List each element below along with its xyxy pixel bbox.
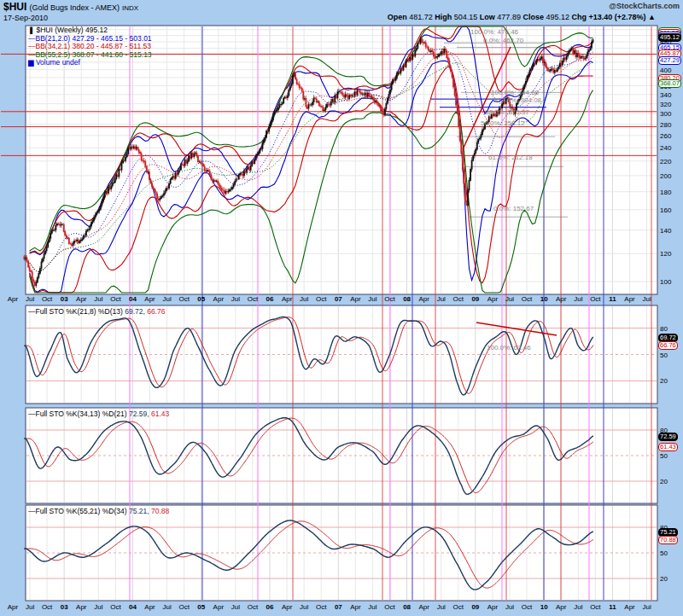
x-axis-top-label: 10 (540, 295, 548, 303)
open-value: 481.72 (409, 13, 433, 21)
x-axis-top-label: Apr (213, 295, 224, 303)
x-axis-bottom-label: Oct (248, 603, 258, 611)
x-axis-bottom-label: 05 (197, 603, 205, 611)
stoch-d-badge: 70.88 (658, 536, 678, 544)
close-value: 495.12 (546, 13, 569, 21)
stoch-axis-label: 20 (660, 377, 668, 385)
chart-date: 17-Sep-2010 (3, 14, 48, 22)
x-axis-bottom-label: Jul (163, 603, 172, 611)
price-axis-label: 100 (660, 278, 671, 286)
close-label: Close (522, 13, 544, 21)
open-label: Open (388, 13, 407, 21)
stoch-k-badge: 72.59 (658, 433, 678, 441)
x-axis-bottom-label: Apr (8, 603, 18, 611)
x-axis-top-label: Apr (144, 295, 155, 303)
fib-annotation: 61.8%: 212.18 (488, 154, 533, 161)
x-axis-top-label: Oct (316, 295, 326, 303)
price-axis-label: 300 (660, 110, 671, 118)
stockcharts-brand: @StockCharts.com (609, 2, 680, 10)
stoch-axis-label: 20 (660, 575, 668, 583)
ohlc-readout: Open 481.72 High 504.15 Low 477.89 Close… (388, 13, 656, 21)
fib-annotation: 0.0%: 462.70 (483, 37, 523, 44)
x-axis-top-label: Apr (556, 295, 566, 303)
price-axis-label: 400 (660, 67, 671, 74)
price-axis-label: 240 (660, 144, 671, 152)
x-axis-bottom-label: Oct (42, 603, 52, 611)
x-axis-bottom-label: Apr (144, 603, 155, 611)
stoch-axis-label: 20 (660, 478, 668, 485)
x-axis-bottom-label: Apr (213, 603, 224, 611)
x-axis-bottom-label: 09 (471, 603, 479, 611)
price-badge-495-12: 495.12 (658, 33, 681, 42)
x-axis-top-label: 11 (609, 295, 616, 303)
x-axis-bottom-label: Oct (453, 603, 464, 611)
x-axis-top-label: Oct (590, 295, 600, 303)
x-axis-bottom-label: Jul (26, 603, 34, 611)
x-axis-bottom-label: Jul (368, 603, 377, 611)
stoch2-label-text: Full STO %K(34,13) %D(21) (36, 410, 127, 418)
x-axis-top-label: 05 (197, 295, 205, 303)
x-axis-bottom-label: Jul (300, 603, 308, 611)
x-axis-top-label: 03 (61, 295, 68, 303)
stoch1-k-value: 69.72 (125, 307, 143, 316)
x-axis-bottom-label: Apr (556, 603, 566, 611)
x-axis-bottom-label: Oct (316, 603, 326, 611)
x-axis-top-label: Oct (248, 295, 258, 303)
stoch-d-badge: 61.43 (658, 443, 678, 451)
low-label: Low (480, 13, 495, 21)
x-axis-top-label: Jul (231, 295, 240, 303)
x-axis-top-label: Apr (418, 295, 429, 303)
x-axis-top-label: Jul (574, 295, 582, 303)
x-axis-top-label: Jul (505, 295, 514, 303)
x-axis-bottom-label: Oct (590, 603, 600, 611)
price-axis-label: 340 (660, 91, 671, 99)
x-axis-top-label: Jul (368, 295, 377, 303)
legend-bb34-text: BB(34,2.1) 380.20 - 445.87 - 511.53 (36, 42, 151, 50)
x-axis-bottom-label: Oct (110, 603, 120, 611)
x-axis-bottom-label: 04 (129, 603, 137, 611)
x-axis-top-label: Apr (624, 295, 634, 303)
candlestick-icon: ❚ (28, 26, 34, 34)
x-axis-bottom-label: Jul (505, 603, 514, 611)
legend-volume-row: ▆ Volume undef (28, 59, 152, 67)
price-axis-label: 180 (660, 189, 671, 196)
stoch2-label: —Full STO %K(34,13) %D(21) 72.59, 61.43 (28, 410, 169, 418)
price-badge-427-29: 427.29 (658, 56, 681, 65)
stoch3-label-text: Full STO %K(55,21) %D(34) (36, 507, 127, 515)
legend-volume-text: Volume undef (36, 58, 80, 67)
fib-annotation: 38.2%: 275.37 (485, 108, 529, 116)
stoch3-label: —Full STO %K(55,21) %D(34) 75.21, 70.88 (28, 507, 169, 515)
x-axis-top-label: Jul (163, 295, 172, 303)
x-axis-top-label: Jul (94, 295, 102, 303)
stoch-d-badge: 66.76 (658, 341, 678, 350)
x-axis-top-label: Oct (178, 295, 189, 303)
x-axis-bottom-label: Jul (94, 603, 102, 611)
x-axis-bottom-label: 11 (609, 603, 616, 611)
price-badge-368-07: 368.07 (658, 79, 681, 88)
x-axis-top-label: Jul (642, 295, 651, 303)
fib-annotation: 50.0%: 258.12 (481, 119, 525, 127)
stoch1-label-text: Full STO %K(21,8) %D(13) (36, 307, 123, 316)
high-value: 504.15 (454, 13, 478, 21)
chg-label: Chg (571, 13, 587, 21)
chg-value: +13.40 (+2.78%) (589, 13, 646, 21)
stoch1-label: —Full STO %K(21,8) %D(13) 69.72, 66.76 (28, 307, 166, 316)
low-value: 477.89 (497, 13, 521, 21)
volume-bars-icon: ▆ (28, 58, 34, 67)
x-axis-top-label: Jul (26, 295, 34, 303)
x-axis-bottom-label: Jul (574, 603, 582, 611)
stoch2-d-value: 61.43 (151, 410, 169, 418)
x-axis-bottom-label: Apr (282, 603, 292, 611)
x-axis-bottom-label: Oct (178, 603, 189, 611)
x-axis-top-label: Oct (42, 295, 52, 303)
x-axis-bottom-label: 10 (540, 603, 548, 611)
stockcharts-page: $HUI (Gold Bugs Index - AMEX) INDX @Stoc… (0, 0, 683, 616)
fib-annotation: 0.0%: 152.67 (493, 205, 534, 212)
price-axis-label: 320 (660, 101, 671, 108)
x-axis-bottom-label: 08 (403, 603, 411, 611)
stoch-axis-label: 50 (660, 549, 668, 557)
symbol-type: INDX (122, 4, 138, 12)
x-axis-top-label: 09 (471, 295, 479, 303)
stoch1-d-value: 66.76 (147, 307, 165, 316)
x-axis-top-label: Jul (437, 295, 446, 303)
